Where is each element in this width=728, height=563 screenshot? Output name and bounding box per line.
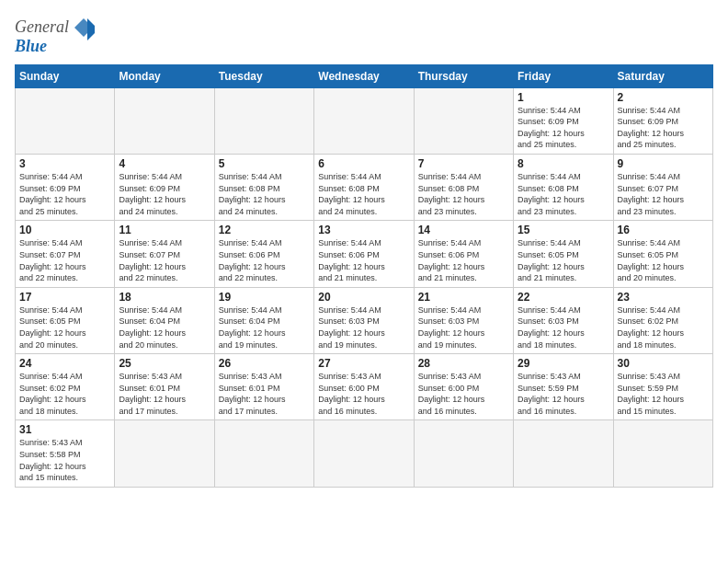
day-info: Sunrise: 5:44 AM Sunset: 6:09 PM Dayligh… <box>618 105 709 151</box>
weekday-header-row: SundayMondayTuesdayWednesdayThursdayFrid… <box>16 64 713 87</box>
day-number: 8 <box>518 157 609 170</box>
calendar-day-cell: 7Sunrise: 5:44 AM Sunset: 6:08 PM Daylig… <box>414 154 513 220</box>
calendar-day-cell: 4Sunrise: 5:44 AM Sunset: 6:09 PM Daylig… <box>115 154 214 220</box>
day-number: 25 <box>119 357 210 370</box>
calendar-day-cell: 5Sunrise: 5:44 AM Sunset: 6:08 PM Daylig… <box>214 154 313 220</box>
day-info: Sunrise: 5:44 AM Sunset: 6:05 PM Dayligh… <box>19 304 110 350</box>
calendar-week-row: 24Sunrise: 5:44 AM Sunset: 6:02 PM Dayli… <box>16 354 713 420</box>
calendar-day-cell: 11Sunrise: 5:44 AM Sunset: 6:07 PM Dayli… <box>115 221 214 287</box>
calendar-day-cell: 17Sunrise: 5:44 AM Sunset: 6:05 PM Dayli… <box>16 287 115 353</box>
day-number: 16 <box>618 224 709 236</box>
header: General Blue <box>15 15 713 57</box>
day-info: Sunrise: 5:44 AM Sunset: 6:04 PM Dayligh… <box>219 304 310 350</box>
weekday-header-saturday: Saturday <box>613 64 712 87</box>
calendar-day-cell <box>314 87 414 154</box>
calendar-week-row: 1Sunrise: 5:44 AM Sunset: 6:09 PM Daylig… <box>16 87 713 154</box>
day-info: Sunrise: 5:43 AM Sunset: 6:01 PM Dayligh… <box>119 371 210 417</box>
calendar-day-cell: 25Sunrise: 5:43 AM Sunset: 6:01 PM Dayli… <box>115 354 214 420</box>
day-info: Sunrise: 5:44 AM Sunset: 6:09 PM Dayligh… <box>19 171 110 217</box>
calendar-day-cell: 3Sunrise: 5:44 AM Sunset: 6:09 PM Daylig… <box>16 154 115 220</box>
calendar-day-cell: 26Sunrise: 5:43 AM Sunset: 6:01 PM Dayli… <box>214 354 313 420</box>
weekday-header-sunday: Sunday <box>16 64 115 87</box>
weekday-header-thursday: Thursday <box>414 64 513 87</box>
day-number: 24 <box>19 357 110 370</box>
calendar-table: SundayMondayTuesdayWednesdayThursdayFrid… <box>15 64 713 488</box>
day-info: Sunrise: 5:44 AM Sunset: 6:03 PM Dayligh… <box>518 304 609 350</box>
day-info: Sunrise: 5:44 AM Sunset: 6:07 PM Dayligh… <box>119 237 210 283</box>
calendar-day-cell <box>613 420 712 487</box>
day-number: 21 <box>418 291 509 304</box>
day-info: Sunrise: 5:44 AM Sunset: 6:09 PM Dayligh… <box>518 105 609 151</box>
day-number: 15 <box>518 224 609 236</box>
day-number: 28 <box>418 357 509 370</box>
day-number: 19 <box>219 291 310 304</box>
calendar-day-cell: 6Sunrise: 5:44 AM Sunset: 6:08 PM Daylig… <box>314 154 414 220</box>
day-number: 18 <box>119 291 210 304</box>
weekday-header-tuesday: Tuesday <box>214 64 313 87</box>
day-number: 29 <box>518 357 609 370</box>
day-number: 12 <box>219 224 310 236</box>
day-info: Sunrise: 5:44 AM Sunset: 6:06 PM Dayligh… <box>418 237 509 283</box>
day-info: Sunrise: 5:44 AM Sunset: 6:08 PM Dayligh… <box>418 171 509 217</box>
day-info: Sunrise: 5:44 AM Sunset: 6:06 PM Dayligh… <box>219 237 310 283</box>
day-info: Sunrise: 5:43 AM Sunset: 5:58 PM Dayligh… <box>19 437 110 483</box>
calendar-day-cell <box>16 87 115 154</box>
calendar-day-cell: 9Sunrise: 5:44 AM Sunset: 6:07 PM Daylig… <box>613 154 712 220</box>
calendar-day-cell: 19Sunrise: 5:44 AM Sunset: 6:04 PM Dayli… <box>214 287 313 353</box>
day-info: Sunrise: 5:43 AM Sunset: 5:59 PM Dayligh… <box>618 371 709 417</box>
day-number: 5 <box>219 157 310 170</box>
calendar-day-cell: 27Sunrise: 5:43 AM Sunset: 6:00 PM Dayli… <box>314 354 414 420</box>
calendar-day-cell <box>514 420 613 487</box>
day-number: 31 <box>19 423 110 436</box>
day-number: 30 <box>618 357 709 370</box>
day-number: 7 <box>418 157 509 170</box>
day-info: Sunrise: 5:44 AM Sunset: 6:08 PM Dayligh… <box>518 171 609 217</box>
logo: General Blue <box>15 15 97 57</box>
calendar-day-cell: 12Sunrise: 5:44 AM Sunset: 6:06 PM Dayli… <box>214 221 313 287</box>
day-number: 2 <box>618 91 709 104</box>
day-info: Sunrise: 5:44 AM Sunset: 6:08 PM Dayligh… <box>219 171 310 217</box>
day-number: 22 <box>518 291 609 304</box>
day-number: 6 <box>318 157 409 170</box>
day-info: Sunrise: 5:43 AM Sunset: 5:59 PM Dayligh… <box>518 371 609 417</box>
day-number: 26 <box>219 357 310 370</box>
calendar-day-cell: 15Sunrise: 5:44 AM Sunset: 6:05 PM Dayli… <box>514 221 613 287</box>
day-number: 17 <box>19 291 110 304</box>
day-number: 9 <box>618 157 709 170</box>
calendar-day-cell: 21Sunrise: 5:44 AM Sunset: 6:03 PM Dayli… <box>414 287 513 353</box>
day-info: Sunrise: 5:43 AM Sunset: 6:01 PM Dayligh… <box>219 371 310 417</box>
calendar-day-cell <box>214 420 313 487</box>
calendar-day-cell: 30Sunrise: 5:43 AM Sunset: 5:59 PM Dayli… <box>613 354 712 420</box>
day-number: 23 <box>618 291 709 304</box>
calendar-day-cell: 14Sunrise: 5:44 AM Sunset: 6:06 PM Dayli… <box>414 221 513 287</box>
day-number: 11 <box>119 224 210 236</box>
day-number: 20 <box>318 291 409 304</box>
calendar-day-cell: 16Sunrise: 5:44 AM Sunset: 6:05 PM Dayli… <box>613 221 712 287</box>
calendar-day-cell: 8Sunrise: 5:44 AM Sunset: 6:08 PM Daylig… <box>514 154 613 220</box>
day-info: Sunrise: 5:44 AM Sunset: 6:02 PM Dayligh… <box>19 371 110 417</box>
day-info: Sunrise: 5:44 AM Sunset: 6:03 PM Dayligh… <box>318 304 409 350</box>
day-info: Sunrise: 5:44 AM Sunset: 6:04 PM Dayligh… <box>119 304 210 350</box>
day-number: 1 <box>518 91 609 104</box>
calendar-day-cell <box>115 87 214 154</box>
calendar-day-cell: 2Sunrise: 5:44 AM Sunset: 6:09 PM Daylig… <box>613 87 712 154</box>
calendar-week-row: 31Sunrise: 5:43 AM Sunset: 5:58 PM Dayli… <box>16 420 713 487</box>
calendar-day-cell: 29Sunrise: 5:43 AM Sunset: 5:59 PM Dayli… <box>514 354 613 420</box>
day-number: 13 <box>318 224 409 236</box>
day-info: Sunrise: 5:44 AM Sunset: 6:09 PM Dayligh… <box>119 171 210 217</box>
calendar-day-cell: 20Sunrise: 5:44 AM Sunset: 6:03 PM Dayli… <box>314 287 414 353</box>
calendar-day-cell: 23Sunrise: 5:44 AM Sunset: 6:02 PM Dayli… <box>613 287 712 353</box>
calendar-day-cell: 1Sunrise: 5:44 AM Sunset: 6:09 PM Daylig… <box>514 87 613 154</box>
day-info: Sunrise: 5:44 AM Sunset: 6:08 PM Dayligh… <box>318 171 409 217</box>
day-number: 3 <box>19 157 110 170</box>
day-number: 4 <box>119 157 210 170</box>
calendar-week-row: 10Sunrise: 5:44 AM Sunset: 6:07 PM Dayli… <box>16 221 713 287</box>
day-info: Sunrise: 5:44 AM Sunset: 6:07 PM Dayligh… <box>19 237 110 283</box>
calendar-day-cell <box>115 420 214 487</box>
day-number: 14 <box>418 224 509 236</box>
calendar-week-row: 3Sunrise: 5:44 AM Sunset: 6:09 PM Daylig… <box>16 154 713 220</box>
calendar-day-cell: 31Sunrise: 5:43 AM Sunset: 5:58 PM Dayli… <box>16 420 115 487</box>
logo-icon <box>71 15 97 40</box>
weekday-header-wednesday: Wednesday <box>314 64 414 87</box>
day-info: Sunrise: 5:43 AM Sunset: 6:00 PM Dayligh… <box>418 371 509 417</box>
